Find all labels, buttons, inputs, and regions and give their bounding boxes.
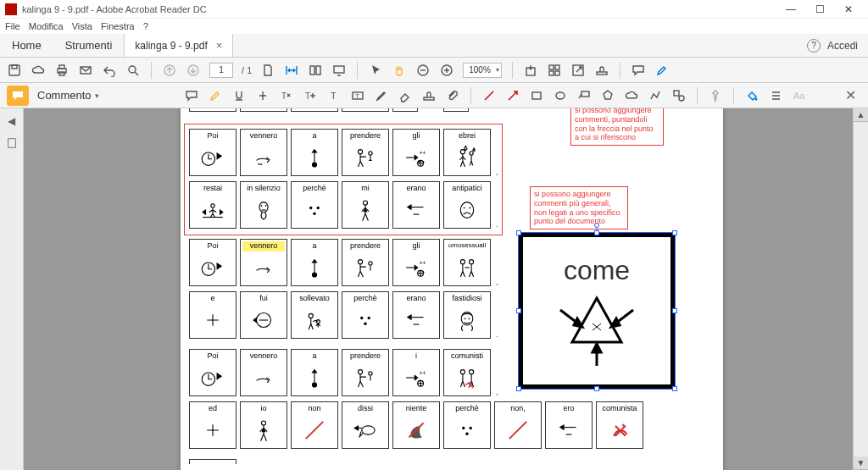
pointer-icon[interactable]: [368, 63, 383, 78]
close-comment-toolbar-icon[interactable]: ✕: [845, 87, 861, 103]
page-up-icon[interactable]: [162, 63, 177, 78]
menu-window[interactable]: Finestra: [101, 21, 135, 31]
highlight-tool-icon[interactable]: [208, 88, 223, 103]
screen-icon[interactable]: [331, 63, 347, 78]
cloud-tool-icon[interactable]: [624, 88, 639, 103]
save-icon[interactable]: [7, 63, 22, 78]
menu-edit[interactable]: Modifica: [29, 21, 64, 31]
speech-bubble-icon[interactable]: [631, 63, 646, 78]
rail-thumbnails-icon[interactable]: [4, 135, 19, 151]
comment-panel-button[interactable]: [7, 86, 29, 106]
document-canvas[interactable]: Poi vennero a prendere gli++ ebrei , res…: [24, 108, 853, 470]
search-icon[interactable]: [125, 63, 141, 78]
svg-point-41: [460, 150, 465, 154]
pencil-icon[interactable]: [374, 88, 389, 103]
vertical-scrollbar[interactable]: ▲ ▼: [853, 108, 868, 470]
replace-text-icon[interactable]: T: [279, 88, 294, 103]
comment-annotation[interactable]: si possono aggiungere commenti più gener…: [530, 186, 628, 229]
resize-handle[interactable]: [516, 386, 521, 391]
maximize-button[interactable]: ☐: [805, 0, 834, 19]
resize-handle[interactable]: [516, 230, 521, 235]
svg-point-31: [679, 96, 684, 101]
mail-icon[interactable]: [78, 63, 93, 78]
grid-icon[interactable]: [547, 63, 562, 78]
highlighter-toolbar-icon[interactable]: [654, 63, 670, 78]
textbox-icon[interactable]: T: [350, 88, 365, 103]
svg-point-50: [363, 201, 367, 205]
scroll-up-icon[interactable]: ▲: [854, 108, 868, 122]
minimize-button[interactable]: —: [776, 0, 805, 19]
insert-text-icon[interactable]: T: [303, 88, 318, 103]
underline-text-icon[interactable]: [231, 88, 247, 103]
font-size-icon[interactable]: Aa: [792, 88, 807, 103]
scroll-track[interactable]: [854, 122, 868, 456]
zoom-select[interactable]: 100%: [463, 63, 502, 78]
polygon-tool-icon[interactable]: [600, 88, 615, 103]
menu-view[interactable]: Vista: [72, 21, 92, 31]
symbol-cell: perchè: [443, 401, 491, 449]
symbol-row: Poi vennero a prendere i++ comunisti ,: [189, 349, 498, 396]
separator: [512, 62, 513, 79]
comment-dropdown[interactable]: Commento: [37, 89, 99, 102]
pdf-page: Poi vennero a prendere gli++ ebrei , res…: [181, 108, 723, 470]
export-icon[interactable]: [523, 63, 538, 78]
zoom-in-icon[interactable]: [439, 63, 454, 78]
cloud-icon[interactable]: [31, 63, 46, 78]
page-icon[interactable]: [260, 63, 275, 78]
rail-toggle-icon[interactable]: ◀: [4, 113, 19, 129]
strikethrough-icon[interactable]: [255, 88, 270, 103]
symbol-cell: i++: [392, 349, 440, 396]
zoom-out-icon[interactable]: [415, 63, 431, 78]
arrow-tool-icon[interactable]: [505, 88, 520, 103]
page-down-icon[interactable]: [186, 63, 201, 78]
inserted-stamp[interactable]: come: [518, 232, 676, 390]
page-number-input[interactable]: 1: [209, 63, 233, 78]
document-tab-close-icon[interactable]: ×: [216, 39, 223, 52]
connected-lines-icon[interactable]: [648, 88, 663, 103]
stamp-tool-icon[interactable]: [421, 88, 437, 103]
fit-width-icon[interactable]: [284, 63, 299, 78]
resize-handle[interactable]: [672, 308, 677, 313]
menu-file[interactable]: File: [5, 21, 20, 31]
two-page-icon[interactable]: [308, 63, 323, 78]
signin-link[interactable]: Accedi: [827, 40, 858, 52]
tab-home[interactable]: Home: [0, 34, 53, 57]
svg-point-38: [369, 152, 372, 155]
attach-icon[interactable]: [445, 88, 460, 103]
oval-tool-icon[interactable]: [553, 88, 568, 103]
line-tool-icon[interactable]: [481, 88, 497, 103]
scroll-down-icon[interactable]: ▼: [854, 456, 868, 470]
pin-icon[interactable]: [708, 88, 723, 103]
hand-icon[interactable]: [392, 63, 407, 78]
resize-handle[interactable]: [516, 308, 521, 313]
rotate-handle[interactable]: [594, 223, 599, 228]
comment-annotation[interactable]: si possono aggiungere commenti, puntando…: [570, 108, 664, 146]
resize-handle[interactable]: [594, 230, 599, 235]
svg-text:T: T: [355, 92, 359, 100]
link-icon[interactable]: [570, 63, 586, 78]
sticky-note-icon[interactable]: [184, 88, 199, 103]
svg-line-80: [306, 422, 323, 439]
svg-point-53: [470, 207, 471, 209]
print-icon[interactable]: [54, 63, 70, 78]
resize-handle[interactable]: [672, 230, 677, 235]
tab-tools[interactable]: Strumenti: [53, 34, 125, 57]
rect-tool-icon[interactable]: [529, 88, 544, 103]
document-tab[interactable]: kalinga 9 - 9.pdf ×: [124, 34, 233, 57]
svg-point-66: [368, 317, 370, 319]
stamp-toolbar-icon[interactable]: [594, 63, 609, 78]
text-comment-icon[interactable]: T: [326, 88, 342, 103]
resize-handle[interactable]: [672, 386, 677, 391]
text-callout-icon[interactable]: [576, 88, 592, 103]
help-icon[interactable]: ?: [807, 39, 821, 53]
paint-bucket-icon[interactable]: [744, 88, 760, 103]
resize-handle[interactable]: [594, 386, 599, 391]
eraser-icon[interactable]: [398, 88, 413, 103]
menu-help[interactable]: ?: [143, 21, 148, 31]
shapes-more-icon[interactable]: [671, 88, 687, 103]
list-icon[interactable]: [768, 88, 783, 103]
svg-rect-10: [316, 66, 320, 75]
undo-icon[interactable]: [102, 63, 117, 78]
svg-point-83: [462, 427, 465, 429]
close-window-button[interactable]: ✕: [834, 0, 863, 19]
